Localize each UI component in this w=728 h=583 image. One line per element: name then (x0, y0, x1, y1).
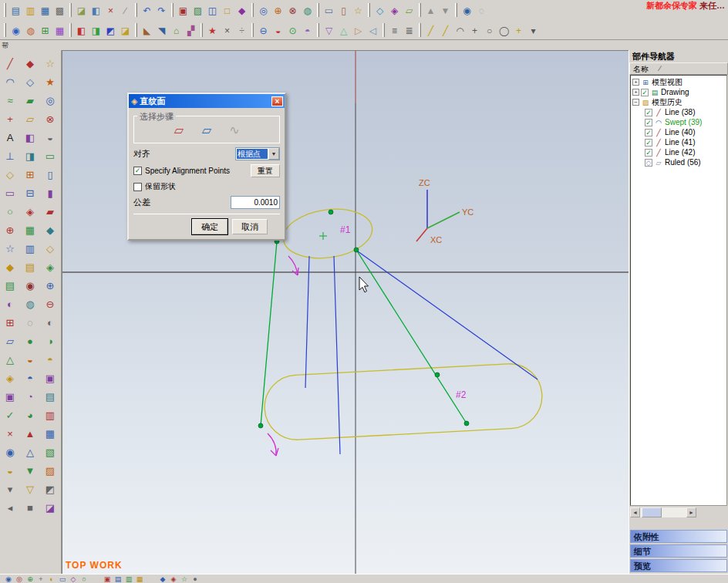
chevron-down-icon[interactable]: ▼ (268, 148, 279, 160)
redo-icon[interactable]: ↷ (154, 3, 169, 18)
toolbar-icon[interactable]: ▮ (43, 185, 58, 200)
tree-item-line-42[interactable]: ✓ ╱ Line (42) (632, 147, 726, 157)
toolbar-icon[interactable]: ◆ (234, 3, 249, 18)
toolbar-icon[interactable]: ◒ (23, 352, 38, 366)
toolbar-icon[interactable]: ▯ (43, 167, 58, 181)
toolbar-icon[interactable]: ◧ (23, 130, 38, 144)
expander-icon[interactable]: + (632, 89, 639, 96)
line-tool-icon[interactable]: ╱ (423, 23, 438, 38)
toolbar-icon[interactable]: ◈ (43, 259, 58, 274)
toolbar-icon[interactable]: ▲ (23, 426, 38, 440)
toolbar-icon[interactable]: ▱ (3, 333, 18, 348)
toolbar-icon[interactable]: ◍ (300, 3, 315, 18)
checkbox-icon[interactable]: ✓ (645, 119, 652, 126)
toolbar-icon[interactable]: ◒ (43, 130, 58, 144)
open-file-icon[interactable]: ▥ (23, 3, 38, 18)
toolbar-icon[interactable]: ⊗ (285, 3, 300, 18)
point-tool-icon[interactable]: + (3, 111, 18, 126)
toolbar-icon[interactable]: ≣ (402, 23, 416, 38)
toolbar-icon[interactable]: ◉ (23, 278, 38, 292)
toolbar-icon[interactable]: ◉ (460, 3, 474, 18)
toolbar-icon[interactable]: ▰ (43, 204, 58, 218)
toolbar-icon[interactable]: ◇ (68, 575, 79, 583)
toolbar-icon[interactable]: ◉ (3, 575, 14, 583)
line-tool-icon[interactable]: + (511, 23, 526, 38)
toolbar-icon[interactable]: ● (23, 333, 38, 348)
toolbar-icon[interactable]: ◩ (43, 481, 58, 496)
toolbar-icon[interactable]: + (35, 575, 46, 583)
toolbar-icon[interactable]: ◩ (103, 23, 118, 38)
toolbar-icon[interactable]: △ (336, 23, 351, 38)
toolbar-icon[interactable]: ◑ (43, 333, 58, 348)
toolbar-icon[interactable]: ▱ (402, 3, 416, 18)
toolbar-icon[interactable]: ▽ (23, 481, 38, 496)
ok-button[interactable]: 确定 (192, 219, 228, 234)
toolbar-icon[interactable]: ◓ (43, 352, 58, 366)
toolbar-icon[interactable]: ◒ (271, 23, 285, 38)
toolbar-icon[interactable]: ⊗ (43, 111, 58, 126)
toolbar-icon[interactable]: ◨ (89, 23, 103, 38)
navigator-hscrollbar[interactable]: ◄ ► (630, 507, 696, 517)
toolbar-icon[interactable]: ▨ (43, 463, 58, 477)
toolbar-icon[interactable]: ◇ (43, 241, 58, 255)
toolbar-icon[interactable]: ▱ (23, 111, 38, 126)
toolbar-icon[interactable]: ▨ (190, 3, 205, 18)
dialog-titlebar[interactable]: ◈ 直纹面 × (129, 94, 285, 108)
checkbox-icon[interactable]: ✓ (645, 129, 652, 136)
scroll-left-icon[interactable]: ◄ (630, 507, 640, 517)
toolbar-icon[interactable]: ⊞ (3, 315, 18, 329)
toolbar-icon[interactable]: ▭ (322, 3, 336, 18)
toolbar-icon[interactable]: ▼ (23, 463, 38, 477)
toolbar-icon[interactable]: ▣ (3, 389, 18, 403)
point-tool-icon[interactable]: + (467, 23, 482, 38)
new-file-icon[interactable]: ▤ (8, 3, 23, 18)
expander-icon[interactable]: + (632, 79, 639, 86)
toolbar-icon[interactable]: ◨ (23, 148, 38, 163)
toolbar-icon[interactable]: ■ (23, 500, 38, 514)
tab-dependencies[interactable]: 依附性 (630, 530, 727, 543)
toolbar-icon[interactable]: ▯ (336, 3, 351, 18)
undo-icon[interactable]: ↶ (140, 3, 154, 18)
toolbar-icon[interactable]: ▦ (23, 222, 38, 237)
checkbox-icon[interactable]: ✓ (641, 89, 649, 96)
tab-preview[interactable]: 预览 (630, 559, 727, 572)
tolerance-input[interactable] (231, 196, 280, 209)
toolbar-icon[interactable]: ◕ (23, 407, 38, 422)
toolbar-icon[interactable]: ◉ (3, 444, 18, 459)
toolbar-icon[interactable]: ▤ (3, 278, 18, 292)
toolbar-icon[interactable]: □ (220, 3, 234, 18)
toolbar-icon[interactable]: ◐ (46, 575, 57, 583)
toolbar-icon[interactable]: ◎ (43, 93, 58, 107)
toolbar-icon[interactable]: ▣ (176, 3, 190, 18)
toolbar-icon[interactable]: ◐ (43, 315, 58, 329)
scroll-right-icon[interactable]: ► (686, 507, 696, 517)
toolbar-icon[interactable]: ▽ (322, 23, 336, 38)
section-curve-2[interactable] (263, 362, 544, 442)
tree-item-drawing[interactable]: + ✓ ▤ Drawing (632, 87, 726, 97)
toolbar-icon[interactable]: ▦ (52, 23, 67, 38)
toolbar-icon[interactable]: ▷ (351, 23, 366, 38)
tree-item-ruled-56[interactable]: ◇ ▱ Ruled (56) (632, 157, 726, 167)
toolbar-icon[interactable]: ◆ (3, 259, 18, 274)
toolbar-icon[interactable]: ★ (205, 23, 220, 38)
toolbar-icon[interactable]: ▤ (113, 575, 123, 583)
spline-tool-icon[interactable]: ≈ (3, 93, 18, 107)
alignment-dropdown[interactable]: 根据点 ▼ (235, 147, 280, 160)
toolbar-icon[interactable]: ◆ (157, 575, 168, 583)
toolbar-icon[interactable]: ⊙ (285, 23, 300, 38)
toolbar-icon[interactable]: ☆ (43, 56, 58, 70)
toolbar-icon[interactable]: ◌ (23, 315, 38, 329)
toolbar-icon[interactable]: ⊥ (3, 148, 18, 163)
tree-item-line-41[interactable]: ✓ ╱ Line (41) (632, 137, 726, 147)
tree-item-model-history[interactable]: − ▨ 模型历史 (632, 97, 726, 107)
toolbar-icon[interactable]: ◉ (8, 23, 23, 38)
toolbar-icon[interactable]: ◓ (23, 370, 38, 385)
toolbar-icon[interactable]: ☆ (351, 3, 366, 18)
toolbar-icon[interactable]: ◪ (43, 500, 58, 514)
tree-item-line-40[interactable]: ✓ ╱ Line (40) (632, 127, 726, 137)
expander-icon[interactable]: − (632, 99, 639, 106)
toolbar-icon[interactable]: ◓ (300, 23, 315, 38)
toolbar-icon[interactable]: ▣ (43, 370, 58, 385)
specify-alignment-checkbox[interactable]: ✓ (133, 167, 142, 175)
toolbar-icon[interactable]: ⊕ (271, 3, 285, 18)
